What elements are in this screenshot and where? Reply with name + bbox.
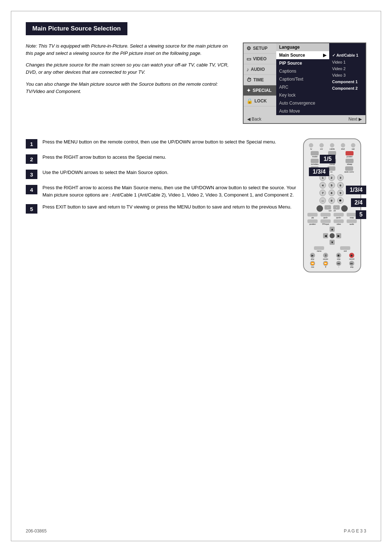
setup-icon: ⚙ [246, 45, 251, 51]
nav-back[interactable]: ◀ Back [247, 117, 261, 122]
tv-menu: ⚙ SETUP ▭ VIDEO ♪ AUDIO ⏱ TIME [243, 42, 366, 124]
pipcb-btn[interactable] [320, 213, 331, 216]
video-src-btn[interactable] [334, 219, 344, 223]
audio-icon: ♪ [246, 66, 249, 72]
prev-btn[interactable]: ⏮ [336, 261, 341, 266]
ff-btn[interactable]: ⏩ [323, 261, 328, 266]
menu-arc[interactable]: ARC [276, 83, 329, 91]
ant-cable1-label: Ant/Cable 1 [336, 53, 359, 57]
callout-24: 2/4 [351, 198, 366, 207]
menu-btn[interactable] [314, 246, 324, 250]
instructions: Note: This TV is equipped with Picture-i… [26, 42, 232, 124]
hash-btn[interactable]: --- [319, 197, 326, 204]
swap-btn[interactable] [347, 213, 357, 216]
tvvideo-btn[interactable] [311, 159, 319, 163]
num-2-btn[interactable]: 2 [328, 174, 335, 181]
vcr-btn[interactable] [319, 143, 324, 147]
step-2: 2 Press the RIGHT arrow button to access… [26, 154, 298, 164]
num-0-btn[interactable]: 0 [328, 197, 335, 204]
mute-btn[interactable] [341, 205, 348, 212]
cable-btn[interactable] [330, 143, 334, 147]
source-video3[interactable]: Video 3 [329, 72, 366, 78]
vol-minus-btn[interactable]: − [324, 205, 331, 210]
nav-left-btn[interactable]: ◀ [323, 233, 328, 238]
menu-pip-source[interactable]: PIP Source [276, 59, 329, 67]
remote-position-row: position PP.input video audio [306, 219, 358, 225]
num-9-btn[interactable]: 9 [337, 190, 344, 196]
menu-auto-move[interactable]: Auto Move [276, 107, 329, 115]
num-3-btn[interactable]: 3 [337, 174, 344, 181]
remote-pip-row: pip ppcb- ppcb+ swap [306, 213, 358, 219]
record-btn[interactable]: ⏺ [349, 253, 354, 258]
menu-auto-convergence[interactable]: Auto Convergence [276, 99, 329, 107]
menu-item-special-label: SPECIAL [253, 88, 271, 93]
autoconv-btn[interactable] [345, 166, 353, 171]
instruction-para3: You can also change the Main picture sou… [26, 81, 232, 95]
auto-convergence-label: Auto Convergence [279, 101, 315, 106]
num-5-btn[interactable]: 5 [328, 182, 335, 189]
menu-header: Language [276, 43, 329, 51]
position-btn[interactable] [307, 219, 318, 223]
exit-btn[interactable] [340, 246, 350, 250]
tv-btn[interactable] [309, 143, 313, 147]
source-component1[interactable]: Component 1 [329, 78, 366, 85]
sat-btn[interactable] [351, 143, 355, 147]
step-4: 4 Press the RIGHT arrow to access the Ma… [26, 184, 298, 198]
source-ant-cable1[interactable]: Ant/Cable 1 [329, 52, 366, 59]
menu-main-source[interactable]: Main Source ▶ [276, 51, 329, 59]
menu-nav: ◀ Back Next ▶ [244, 115, 366, 123]
menu-caption-text[interactable]: Caption/Text [276, 75, 329, 83]
num-8-btn[interactable]: 8 [328, 190, 335, 196]
nav-up-btn[interactable]: ▲ [330, 227, 335, 232]
skip-btn[interactable]: ⏭ [349, 261, 354, 266]
pause-btn[interactable]: ⏸ [323, 253, 328, 258]
stop-btn[interactable]: ⏹ [336, 253, 341, 258]
star-btn[interactable]: ✱ [337, 197, 344, 204]
source-video1[interactable]: Video 1 [329, 59, 366, 65]
fav-btn[interactable] [317, 205, 323, 212]
menu-key-lock[interactable]: Key lock [276, 91, 329, 99]
lock-icon: 🔒 [246, 98, 253, 104]
rew-btn[interactable]: ⏪ [310, 261, 315, 266]
nav-down-btn[interactable]: ▼ [330, 240, 335, 245]
component1-label: Component 1 [332, 80, 358, 84]
nav-right-btn[interactable]: ▶ [336, 233, 341, 238]
menu-item-video[interactable]: ▭ VIDEO [244, 54, 276, 64]
step-num-4: 4 [26, 185, 37, 194]
menu-item-setup[interactable]: ⚙ SETUP [244, 43, 276, 54]
pip-btn[interactable] [307, 213, 318, 216]
menu-captions[interactable]: Captions [276, 67, 329, 75]
step-num-3: 3 [26, 170, 37, 179]
audio-src-btn[interactable] [347, 219, 357, 223]
instruction-para2: Changes the picture source for the main … [26, 61, 232, 76]
menu-item-audio[interactable]: ♪ AUDIO [244, 64, 276, 75]
num-4-btn[interactable]: 4 [319, 182, 326, 189]
mode-btn[interactable] [311, 151, 319, 155]
step-1: 1 Press the MENU button on the remote co… [26, 138, 298, 149]
video-icon: ▭ [246, 56, 251, 62]
sleep-btn[interactable] [346, 159, 354, 163]
source-component2[interactable]: Component 2 [329, 85, 366, 92]
pipinput-btn[interactable] [320, 219, 331, 223]
key-lock-label: Key lock [279, 93, 295, 98]
pipcp-btn[interactable] [334, 213, 344, 216]
source-video2[interactable]: Video 2 [329, 65, 366, 72]
nav-next[interactable]: Next ▶ [348, 117, 362, 122]
play-btn[interactable]: ▶ [310, 253, 315, 258]
remote-menu-row: menu exit [306, 246, 358, 252]
menu-item-time[interactable]: ⏱ TIME [244, 75, 276, 85]
num-7-btn[interactable]: 7 [319, 190, 326, 196]
power-btn[interactable] [346, 151, 354, 155]
dvd-btn[interactable] [341, 143, 345, 147]
instruction-para1: Note: This TV is equipped with Picture-i… [26, 42, 232, 57]
caption-text-label: Caption/Text [279, 77, 303, 82]
vol-plus-btn[interactable]: + [333, 205, 340, 210]
menu-item-special[interactable]: ✦ SPECIAL [244, 85, 276, 96]
top-section: Note: This TV is equipped with Picture-i… [26, 42, 366, 124]
special-icon: ✦ [246, 88, 251, 93]
menu-item-lock[interactable]: 🔒 LOCK [244, 96, 276, 106]
captions-label: Captions [279, 69, 296, 74]
remote-numpad: 1 2 3 4 5 6 7 8 9 --- 0 ✱ [319, 174, 345, 204]
num-6-btn[interactable]: 6 [337, 182, 344, 189]
nav-center-btn[interactable] [330, 233, 335, 238]
